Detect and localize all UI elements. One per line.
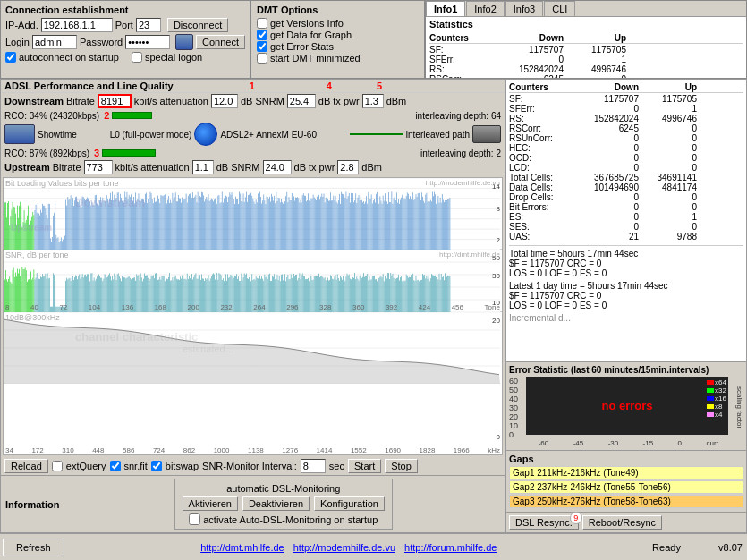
dmt-option-1: get Data for Graph bbox=[257, 30, 419, 40]
startup-monitoring-checkbox[interactable] bbox=[189, 513, 200, 525]
bottom-links: http://dmt.mhilfe.de http://modemhilfe.d… bbox=[67, 542, 631, 553]
sf-line2: $F = 1175707 CRC = 0 bbox=[509, 291, 743, 301]
reboot-resync-button[interactable]: Reboot/Resync bbox=[582, 515, 662, 530]
sf-line1: $F = 1175707 CRC = 0 bbox=[509, 259, 743, 268]
dmt-checkbox-3[interactable] bbox=[257, 53, 267, 64]
dmt-option-0: get Versions Info bbox=[257, 18, 419, 29]
dmt-checkbox-1[interactable] bbox=[257, 30, 267, 40]
badge-5: 5 bbox=[377, 81, 382, 91]
connect-button[interactable]: Connect bbox=[196, 35, 245, 49]
resync-badge: 9 bbox=[570, 512, 582, 524]
port-input[interactable] bbox=[136, 18, 161, 32]
konfiguration-button[interactable]: Konfiguration bbox=[314, 496, 385, 511]
dsl-resync-button[interactable]: DSL Resync. 9 bbox=[509, 515, 579, 530]
snrm-label-ds: SNRM bbox=[255, 96, 284, 106]
snr-url: http://dmt.mhilfe.de bbox=[439, 250, 500, 259]
error-y-axis: 6050403020100 bbox=[509, 377, 523, 439]
error-chart-area: no errors x64 x32 x16 x8 x4 bbox=[526, 377, 728, 435]
snrm-label-us: SNRM bbox=[231, 162, 259, 173]
snrfit-checkbox[interactable] bbox=[110, 461, 121, 471]
dmt-checkbox-0[interactable] bbox=[257, 18, 267, 29]
interleave-us: interleaving depth: 2 bbox=[420, 148, 501, 158]
scaling-factor-label: scaling factor bbox=[731, 377, 743, 439]
link-forum[interactable]: http://forum.mhilfe.de bbox=[404, 542, 497, 553]
dmt-option-label-3: start DMT minimized bbox=[270, 53, 361, 64]
link-modem[interactable]: http://modemhilfe.de.vu bbox=[293, 542, 395, 553]
downstream-txpwr-input[interactable] bbox=[362, 94, 384, 108]
special-logon-checkbox[interactable] bbox=[132, 52, 142, 63]
tab-cli[interactable]: CLI bbox=[544, 1, 575, 16]
badge-3: 3 bbox=[94, 148, 99, 158]
downstream-snrm-input[interactable] bbox=[287, 94, 316, 108]
downstream-bitrate-input[interactable] bbox=[98, 94, 132, 108]
start-button[interactable]: Start bbox=[348, 459, 381, 473]
disconnect-button[interactable]: Disconnect bbox=[167, 18, 228, 32]
statistics-title: Statistics bbox=[426, 17, 746, 31]
deaktivieren-button[interactable]: Deaktivieren bbox=[242, 496, 310, 511]
up-header: Up bbox=[564, 33, 626, 43]
charts-area: Bit Loading Values bits per tone http://… bbox=[3, 177, 503, 455]
dsl-resync-label: DSL Resync. bbox=[515, 517, 573, 528]
no-errors-text: no errors bbox=[601, 399, 652, 412]
dbm-label-us: dBm bbox=[361, 162, 382, 173]
monitoring-title: automatic DSL-Monitoring bbox=[226, 483, 340, 494]
dmt-panel: DMT Options get Versions Info get Data f… bbox=[250, 0, 425, 79]
upstream-bitrate-input[interactable] bbox=[84, 160, 113, 174]
bottom-bar: Refresh http://dmt.mhilfe.de http://mode… bbox=[0, 533, 747, 560]
downstream-label: Downstream bbox=[4, 96, 64, 106]
interval-input[interactable] bbox=[301, 459, 326, 473]
reload-button[interactable]: Reload bbox=[4, 459, 48, 473]
startup-monitoring-label: activate Auto-DSL-Monitoring on startup bbox=[203, 514, 378, 525]
link-dmt[interactable]: http://dmt.mhilfe.de bbox=[200, 542, 284, 553]
globe-icon bbox=[194, 123, 217, 146]
dmt-option-label-1: get Data for Graph bbox=[270, 30, 352, 40]
bit-loading-label: Bit Loading Values bits per tone bbox=[5, 179, 118, 188]
upstream-attenuation-input[interactable] bbox=[192, 160, 214, 174]
downstream-attenuation-input[interactable] bbox=[211, 94, 238, 108]
adsl-panel: ADSL Performance and Line Quality 1 4 5 … bbox=[0, 79, 505, 533]
stop-button[interactable]: Stop bbox=[385, 459, 418, 473]
gap-item-2: Gap3 250kHz-276kHz (Tone58-Tone63) bbox=[509, 495, 743, 508]
tab-info1[interactable]: Info1 bbox=[426, 1, 465, 16]
error-chart-section: Error Statistic (last 60 minutes/15min.i… bbox=[506, 361, 746, 450]
attenuation-label-ds: attenuation bbox=[160, 96, 208, 106]
right-main-content: CountersDownUpSF:11757071175705SFErr:01R… bbox=[506, 80, 746, 361]
tab-info3[interactable]: Info3 bbox=[505, 1, 543, 16]
channel-label: 10dB@300kHz bbox=[5, 313, 60, 322]
upstream-snrm-input[interactable] bbox=[263, 160, 292, 174]
rco-ds-bar bbox=[112, 112, 152, 119]
snrfit-label: snr.fit bbox=[124, 461, 148, 471]
sec-label: sec bbox=[329, 461, 344, 471]
port-label: Port bbox=[115, 20, 133, 30]
showtime-label: Showtime bbox=[38, 130, 77, 140]
dmt-checkbox-2[interactable] bbox=[257, 41, 267, 52]
upstream-txpwr-input[interactable] bbox=[337, 160, 359, 174]
path-type-label: interleaved path bbox=[406, 130, 470, 140]
bit-loading-url: http://modemhilfe.de.vu bbox=[426, 179, 500, 187]
autoconnect-checkbox[interactable] bbox=[5, 52, 16, 63]
version-label: v8.07 bbox=[702, 542, 747, 553]
password-input[interactable] bbox=[125, 35, 170, 49]
connection-title: Connection establishment bbox=[5, 4, 245, 15]
attenuation-label-us: attenuation bbox=[140, 162, 189, 173]
ip-input[interactable] bbox=[41, 18, 113, 32]
gap-item-1: Gap2 237kHz-246kHz (Tone55-Tone56) bbox=[509, 480, 743, 494]
tab-info2[interactable]: Info2 bbox=[466, 1, 504, 16]
password-label: Password bbox=[80, 37, 123, 47]
dmt-option-label-2: get Error Stats bbox=[270, 41, 334, 52]
refresh-button[interactable]: Refresh bbox=[3, 539, 64, 556]
incremental-label: Incremental d... bbox=[509, 313, 743, 323]
dmt-option-3: start DMT minimized bbox=[257, 53, 419, 64]
kbits-label-ds: kbit/s bbox=[134, 96, 157, 106]
extquery-checkbox[interactable] bbox=[52, 461, 63, 471]
txpwr-label-ds: tx pwr bbox=[333, 96, 359, 106]
los-line1: LOS = 0 LOF = 0 ES = 0 bbox=[509, 268, 743, 278]
connection-panel: Connection establishment IP-Add. Port Di… bbox=[0, 0, 250, 79]
bitswap-checkbox[interactable] bbox=[151, 461, 162, 471]
db-label-us: dB bbox=[216, 162, 228, 173]
modem-icon bbox=[175, 34, 193, 50]
login-input[interactable] bbox=[32, 35, 77, 49]
aktivieren-button[interactable]: Aktivieren bbox=[183, 496, 238, 511]
los-line2: LOS = 0 LOF = 0 ES = 0 bbox=[509, 301, 743, 310]
gaps-section: Gaps Gap1 211kHz-216kHz (Tone49) Gap2 23… bbox=[506, 450, 746, 512]
